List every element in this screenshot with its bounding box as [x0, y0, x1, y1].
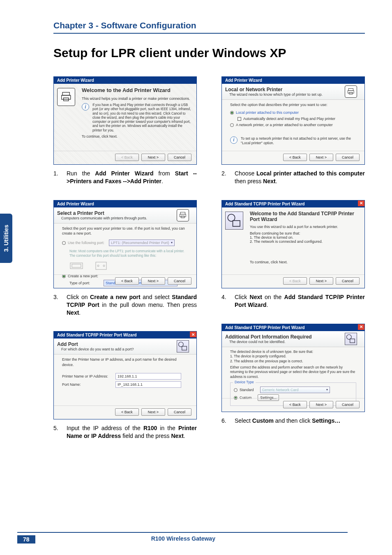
standard-dropdown[interactable]: Generic Network Card▾: [260, 387, 330, 393]
back-button[interactable]: < Back: [115, 277, 139, 285]
next-button[interactable]: Next >: [309, 154, 333, 161]
svg-rect-1: [62, 95, 71, 99]
dialog-title: Add Standard TCP/IP Printer Port Wizard: [54, 332, 196, 339]
cancel-button[interactable]: Cancel: [336, 277, 360, 285]
dialog-heading: Welcome to the Add Printer Wizard: [82, 87, 171, 93]
dialog-heading: Select a Printer Port: [57, 210, 177, 216]
next-button[interactable]: Next >: [141, 408, 165, 416]
side-tab: 3. Utilities: [0, 214, 12, 263]
network-printer-icon: [177, 340, 189, 352]
step-text: Choose Local printer attached to this co…: [235, 170, 365, 185]
connector-icon: [69, 260, 86, 271]
dialog-prompt: Enter the Printer Name or IP address, an…: [62, 357, 188, 367]
svg-rect-13: [348, 89, 353, 91]
next-button[interactable]: Next >: [309, 401, 333, 408]
back-button[interactable]: < Back: [283, 277, 307, 285]
svg-rect-4: [180, 214, 186, 217]
dialog-title: Add Standard TCP/IP Printer Port Wizard: [222, 324, 364, 331]
back-button[interactable]: < Back: [115, 154, 139, 161]
dialog-intro: You use this wizard to add a port for a …: [250, 225, 360, 229]
back-button[interactable]: < Back: [283, 401, 307, 408]
info-icon: i: [82, 103, 89, 111]
connector-icon: [94, 260, 111, 271]
dialog-subheading: For which device do you want to add a po…: [57, 347, 177, 351]
port-name-label: Port Name:: [62, 382, 111, 387]
svg-rect-17: [233, 221, 240, 226]
dialog-note: Note: Most computers use the LPT1: port …: [62, 247, 188, 260]
dialog-heading: Welcome to the Add Standard TCP/IP Print…: [250, 211, 354, 222]
radio-network-printer[interactable]: [230, 123, 234, 127]
step-number: 5.: [53, 424, 59, 440]
step-number: 3.: [53, 293, 59, 317]
port-dropdown[interactable]: LPT1: (Recommended Printer Port)▾: [109, 240, 175, 246]
next-button[interactable]: Next >: [141, 277, 165, 285]
dialog-title: Add Standard TCP/IP Printer Port Wizard: [222, 200, 364, 207]
radio-standard[interactable]: [234, 388, 238, 392]
checkbox-auto-detect[interactable]: [238, 117, 241, 121]
radio-local-printer[interactable]: [230, 111, 234, 115]
step-text: Run the Add Printer Wizard from Start --…: [67, 170, 197, 185]
port-name-input[interactable]: IP_192.168.1.1: [115, 381, 181, 388]
dialog-heading: Additional Port Information Required: [225, 334, 345, 340]
radio-use-port[interactable]: [62, 241, 66, 245]
step-text: Select Custom and then click Settings…: [235, 417, 365, 425]
next-button[interactable]: Next >: [141, 154, 165, 161]
msg2: Either correct the address and perform a…: [230, 365, 356, 379]
dialog-intro: This wizard helps you install a printer …: [82, 97, 192, 101]
radio-label: Standard: [240, 388, 254, 392]
network-printer-icon: [345, 333, 357, 345]
screenshot-step2: Add Printer Wizard Local or Network Prin…: [221, 76, 365, 165]
cancel-button[interactable]: Cancel: [336, 154, 360, 161]
ip-address-input[interactable]: 192.168.1.1: [115, 373, 181, 380]
before-item1: 1. The device is turned on.: [250, 235, 360, 240]
groupbox-label: Device Type: [233, 380, 256, 385]
svg-rect-12: [182, 346, 187, 350]
dialog-info: To set up a network printer that is not …: [241, 136, 356, 146]
svg-rect-3: [180, 212, 185, 214]
radio-label: A network printer, or a printer attached…: [236, 122, 333, 127]
step-text: Click on Create a new port and select St…: [67, 293, 197, 317]
cancel-button[interactable]: Cancel: [168, 277, 191, 285]
msg1: The detected device is of unknown type. …: [230, 350, 356, 354]
dialog-title: Add Printer Wizard: [222, 77, 364, 84]
dialog-continue: To continue, click Next.: [82, 134, 192, 138]
svg-rect-0: [62, 92, 69, 95]
side-tab-label: 3. Utilities: [3, 225, 9, 252]
step-text: Click Next on the Add Standard TCP/IP Pr…: [235, 293, 365, 309]
svg-rect-19: [350, 339, 355, 343]
next-button[interactable]: Next >: [309, 277, 333, 285]
close-icon[interactable]: ✕: [358, 200, 364, 206]
chapter-heading: Chapter 3 - Software Configuration: [53, 21, 365, 34]
screenshot-step6: Add Standard TCP/IP Printer Port Wizard …: [221, 324, 365, 412]
page-footer: 78 R100 Wireless Gateway: [0, 532, 392, 543]
msg1-item2: 2. The address on the previous page is c…: [230, 359, 356, 364]
back-button[interactable]: < Back: [283, 154, 307, 161]
dialog-prompt: Select the port you want your printer to…: [62, 226, 188, 236]
dialog-prompt: Select the option that describes the pri…: [230, 102, 356, 107]
page-title: Setup for LPR client under Windows XP: [53, 46, 365, 60]
dialog-heading: Add Port: [57, 341, 177, 347]
cancel-button[interactable]: Cancel: [168, 154, 191, 161]
dialog-subheading: Computers communicate with printers thro…: [57, 216, 177, 220]
info-icon: i: [230, 136, 238, 144]
dialog-info: If you have a Plug and Play printer that…: [92, 103, 192, 133]
step-number: 2.: [221, 170, 227, 185]
screenshot-step4: Add Standard TCP/IP Printer Port Wizard …: [221, 200, 365, 288]
svg-point-10: [103, 265, 105, 267]
step-number: 1.: [53, 170, 59, 185]
dialog-continue: To continue, click Next.: [250, 260, 360, 264]
page-number: 78: [17, 535, 35, 543]
radio-label: Use the following port:: [68, 240, 104, 245]
printer-icon: [177, 209, 189, 221]
screenshot-step3: Add Printer Wizard Select a Printer Port…: [53, 200, 197, 288]
checkbox-label: Automatically detect and install my Plug…: [243, 116, 335, 121]
close-icon[interactable]: ✕: [190, 332, 196, 337]
cancel-button[interactable]: Cancel: [168, 408, 191, 416]
step-number: 4.: [221, 293, 227, 309]
back-button[interactable]: < Back: [115, 408, 139, 416]
cancel-button[interactable]: Cancel: [336, 401, 360, 408]
before-label: Before continuing be sure that:: [250, 231, 360, 235]
close-icon[interactable]: ✕: [358, 324, 364, 330]
dialog-title: Add Printer Wizard: [54, 200, 196, 207]
before-item2: 2. The network is connected and configur…: [250, 240, 360, 244]
